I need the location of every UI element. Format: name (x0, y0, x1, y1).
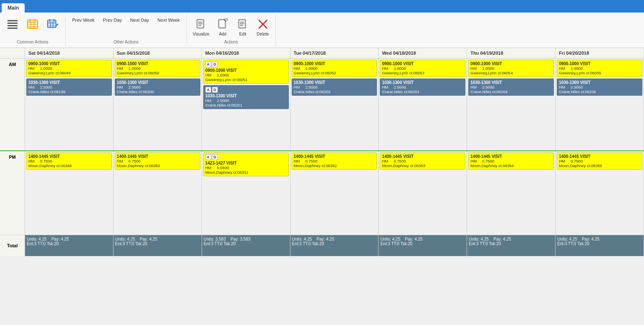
list-view-icon (6, 18, 19, 31)
next-week-button[interactable]: Next Week (154, 16, 183, 24)
svg-rect-11 (34, 19, 35, 21)
header-fri: Fri 04/20/2018 (556, 48, 644, 58)
event-wed-am-1[interactable]: 0900-1000 VISIT HM 1.0000 Gweeney,Lynn c… (380, 60, 465, 77)
event-thu-pm-1[interactable]: 1400-1445 VISIT HM 0.7500 Moon,Daphney c… (468, 152, 554, 170)
prev-week-button[interactable]: Prev Week (69, 16, 98, 24)
event-sat-pm-1[interactable]: 1400-1445 VISIT HM 0.7500 Moon,Daphney c… (26, 152, 112, 170)
svg-rect-3 (8, 28, 18, 29)
prev-day-label: Prev Day (103, 18, 122, 23)
svg-rect-19 (53, 19, 55, 21)
add-icon (216, 18, 230, 31)
main-tab[interactable]: Main (2, 3, 25, 13)
header-sat: Sat 04/14/2018 (25, 48, 114, 58)
event-thu-am-1[interactable]: 0900-1000 VISIT HM 1.0000 Gweeney,Lynn c… (468, 60, 554, 77)
fri-pm-col: 1400-1445 VISIT HM 0.7500 Moon,Daphney c… (556, 151, 644, 235)
event-sun-am-2[interactable]: 1030-1300 VISIT HM 2.5000 Crane,Niles ct… (115, 79, 200, 96)
event-mon-am-1[interactable]: A D 0900-1000 VISIT HM 1.0000 Gweeney,Ly… (203, 60, 289, 84)
fri-total: Units: 4.25 Pay: 4.25 Ent:3 TT:0 Tsk:20 (556, 235, 644, 256)
delete-button[interactable]: Delete (254, 16, 272, 38)
event-sun-pm-1[interactable]: 1400-1445 VISIT HM 0.7500 Moon,Daphney c… (115, 152, 200, 170)
svg-rect-24 (219, 20, 225, 28)
event-mon-am-2[interactable]: A D 1030-1300 VISIT HM 2.5000 Crane,Nile… (203, 85, 289, 109)
svg-rect-13 (48, 22, 56, 23)
edit-icon (236, 18, 250, 31)
svg-rect-18 (49, 19, 51, 21)
sun-pm-col: 1400-1445 VISIT HM 0.7500 Moon,Daphney c… (114, 151, 202, 235)
pm-label: PM (0, 151, 25, 235)
other-actions-label: Other Actions (114, 40, 139, 44)
total-label: Total (0, 235, 25, 256)
calendar-grid-button[interactable] (23, 16, 42, 33)
wed-am-col: 0900-1000 VISIT HM 1.0000 Gweeney,Lynn c… (379, 58, 467, 150)
event-mon-pm-1[interactable]: A D 1423-1427 VISIT HM 0.0830 Moon,Daphn… (203, 152, 289, 176)
event-fri-am-2[interactable]: 1030-1300 VISIT HM 2.5000 Crane,Niles ct… (557, 79, 642, 96)
edit-button[interactable]: Edit (234, 16, 252, 38)
sun-am-col: 0900-1000 VISIT HM 1.0000 Gweeney,Lynn c… (114, 58, 202, 150)
next-week-label: Next Week (157, 18, 180, 23)
header-sun: Sun 04/15/2018 (114, 48, 202, 58)
edit-label: Edit (239, 32, 246, 36)
calendar-edit-button[interactable] (43, 16, 62, 33)
svg-rect-1 (8, 23, 18, 24)
delete-label: Delete (257, 32, 269, 36)
mon-am-col: A D 0900-1000 VISIT HM 1.0000 Gweeney,Ly… (202, 58, 290, 150)
event-tue-am-1[interactable]: 0900-1000 VISIT HM 1.0000 Gweeney,Lynn c… (292, 60, 377, 77)
visualize-button[interactable]: Visualize (190, 16, 212, 38)
mon-pm-col: A D 1423-1427 VISIT HM 0.0830 Moon,Daphn… (202, 151, 290, 235)
event-tue-am-2[interactable]: 1030-1300 VISIT HM 2.5000 Crane,Niles ct… (292, 79, 377, 96)
header-wed: Wed 04/18/2018 (379, 48, 467, 58)
thu-am-col: 0900-1000 VISIT HM 1.0000 Gweeney,Lynn c… (467, 58, 556, 150)
sun-total: Units: 4.25 Pay: 4.25 Ent:3 TT:0 Tsk:20 (114, 235, 202, 256)
calendar-edit-icon (46, 18, 59, 31)
list-view-button[interactable] (3, 16, 22, 33)
wed-pm-col: 1400-1445 VISIT HM 0.7500 Moon,Daphney c… (379, 151, 467, 235)
svg-rect-10 (30, 19, 31, 21)
actions-label: Actions (224, 40, 238, 44)
calendar-container: Sat 04/14/2018 Sun 04/15/2018 Mon 04/16/… (0, 48, 644, 325)
prev-week-label: Prev Week (72, 18, 95, 23)
svg-rect-0 (8, 20, 18, 21)
header-thu: Thu 04/19/2018 (467, 48, 556, 58)
sat-total: Units: 4.25 Pay: 4.25 Ent:3 TT:0 Tsk:20 (25, 235, 114, 256)
mon-total: Units: 3.583 Pay: 3.583 Ent:3 TT:0 Tsk:2… (202, 235, 290, 256)
pm-section: PM 1400-1445 VISIT HM 0.7500 Moon,Daphne… (0, 151, 644, 235)
event-fri-pm-1[interactable]: 1400-1445 VISIT HM 0.7500 Moon,Daphney c… (557, 152, 642, 170)
mon-pm-1-badge: A D (205, 154, 218, 160)
mon-am-1-badge: A D (205, 61, 218, 67)
add-label: Add (219, 32, 227, 36)
event-thu-am-2[interactable]: 1030-1300 VISIT HM 2.5000 Crane,Niles ct… (468, 79, 554, 96)
header-mon: Mon 04/16/2018 (202, 48, 290, 58)
event-sat-am-1[interactable]: 0900-1000 VISIT HM 1.0000 Gweeney,Lynn c… (26, 60, 112, 77)
svg-rect-2 (8, 25, 18, 26)
total-section: Total Units: 4.25 Pay: 4.25 Ent:3 TT:0 T… (0, 235, 644, 256)
am-label: AM (0, 58, 25, 150)
event-sat-am-2[interactable]: 1030-1300 VISIT HM 2.5000 Crane,Niles ct… (26, 79, 112, 96)
delete-icon (256, 18, 270, 31)
sat-pm-col: 1400-1445 VISIT HM 0.7500 Moon,Daphney c… (25, 151, 114, 235)
header-tue: Tue 04/17/2018 (290, 48, 379, 58)
event-tue-pm-1[interactable]: 1400-1445 VISIT HM 0.7500 Moon,Daphney c… (292, 152, 377, 170)
tab-bar: Main (0, 0, 644, 13)
event-fri-am-1[interactable]: 0900-1000 VISIT HM 1.0000 Gweeney,Lynn c… (557, 60, 642, 77)
ribbon-group-common-actions: Common Actions (0, 14, 66, 46)
tue-total: Units: 4.25 Pay: 4.25 Ent:3 TT:0 Tsk:20 (290, 235, 379, 256)
mon-am-2-badge: A D (205, 87, 218, 93)
tue-am-col: 0900-1000 VISIT HM 1.0000 Gweeney,Lynn c… (290, 58, 379, 150)
common-actions-label: Common Actions (17, 40, 48, 44)
wed-total: Units: 4.25 Pay: 4.25 Ent:3 TT:0 Tsk:20 (379, 235, 467, 256)
thu-pm-col: 1400-1445 VISIT HM 0.7500 Moon,Daphney c… (467, 151, 556, 235)
calendar-grid-icon (26, 18, 39, 31)
event-sun-am-1[interactable]: 0900-1000 VISIT HM 1.0000 Gweeney,Lynn c… (115, 60, 200, 77)
event-wed-am-2[interactable]: 1030-1300 VISIT HM 2.5000 Crane,Niles ct… (380, 79, 465, 96)
visualize-icon (194, 18, 208, 31)
prev-day-button[interactable]: Prev Day (100, 16, 125, 24)
add-button[interactable]: Add (214, 16, 232, 38)
ribbon: Common Actions Prev Week Prev Day Next D… (0, 13, 644, 48)
next-day-button[interactable]: Next Day (127, 16, 152, 24)
common-actions-items (3, 16, 62, 38)
event-wed-pm-1[interactable]: 1400-1445 VISIT HM 0.7500 Moon,Daphney c… (380, 152, 465, 170)
next-day-label: Next Day (130, 18, 149, 23)
visualize-label: Visualize (193, 32, 210, 36)
tue-pm-col: 1400-1445 VISIT HM 0.7500 Moon,Daphney c… (290, 151, 379, 235)
thu-total: Units: 4.25 Pay: 4.25 Ent:3 TT:0 Tsk:20 (467, 235, 556, 256)
